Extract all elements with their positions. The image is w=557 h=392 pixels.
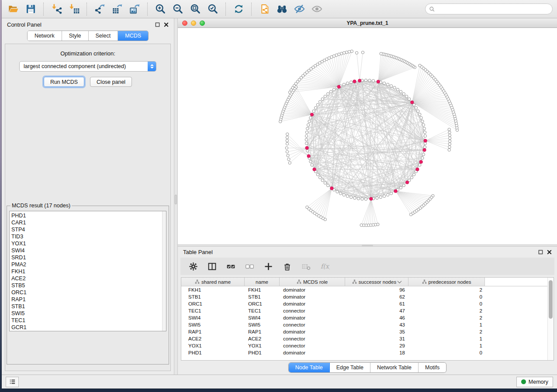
table-cell[interactable]: 2 [408, 329, 485, 334]
search-box[interactable] [425, 3, 553, 14]
maximize-window-icon[interactable] [200, 21, 205, 26]
table-cell[interactable]: FKH1 [181, 287, 245, 292]
mcds-result-item[interactable]: FKH1 [11, 268, 162, 275]
tab-network[interactable]: Network [28, 31, 62, 41]
table-cell[interactable]: 96 [345, 287, 408, 292]
import-table-icon[interactable] [65, 1, 83, 17]
refresh-icon[interactable] [230, 1, 247, 17]
tab-select[interactable]: Select [89, 31, 118, 41]
scrollbar-thumb[interactable] [549, 280, 553, 319]
column-header-name[interactable]: name [245, 278, 280, 286]
export-image-icon[interactable] [126, 1, 143, 17]
mcds-result-item[interactable]: PMA2 [11, 261, 162, 268]
select-all-icon[interactable] [225, 261, 236, 272]
table-cell[interactable]: 61 [345, 301, 408, 306]
table-row[interactable]: SWI5SWI5connector431 [181, 321, 554, 328]
search-network-icon[interactable] [273, 1, 291, 17]
table-cell[interactable]: 35 [345, 329, 408, 334]
save-icon[interactable] [22, 1, 39, 17]
table-cell[interactable]: RAP1 [245, 329, 280, 334]
mcds-result-item[interactable]: STP4 [11, 226, 162, 233]
mcds-result-item[interactable]: ACE2 [11, 275, 162, 282]
table-cell[interactable]: dominator [280, 350, 345, 355]
column-header-shared-name[interactable]: shared name [181, 278, 245, 286]
table-cell[interactable]: RAP1 [181, 329, 245, 334]
table-cell[interactable]: ORC1 [181, 301, 245, 306]
mcds-result-item[interactable]: SWI4 [11, 247, 162, 254]
minimize-window-icon[interactable] [191, 21, 196, 26]
table-cell[interactable]: TEC1 [245, 308, 280, 313]
tab-style[interactable]: Style [62, 31, 89, 41]
close-panel-button[interactable]: Close panel [90, 77, 132, 87]
zoom-out-icon[interactable] [169, 1, 187, 17]
table-cell[interactable]: 2 [408, 308, 485, 313]
splitter-grip-icon[interactable] [175, 195, 177, 204]
table-cell[interactable]: PHD1 [245, 350, 280, 355]
column-header-predecessor-nodes[interactable]: predecessor nodes [408, 278, 485, 286]
mcds-result-item[interactable]: CAR1 [11, 219, 162, 226]
task-history-button[interactable] [6, 377, 19, 387]
table-cell[interactable]: 46 [345, 315, 408, 320]
table-cell[interactable]: SWI4 [245, 315, 280, 320]
criterion-select[interactable]: largest connected component (undirected) [19, 61, 156, 72]
mcds-list-scrollbar[interactable] [162, 211, 166, 331]
float-panel-icon[interactable] [155, 22, 160, 27]
table-cell[interactable]: SWI4 [181, 315, 245, 320]
table-cell[interactable]: 1 [408, 322, 485, 327]
table-row[interactable]: PHD1PHD1dominator180 [181, 349, 554, 356]
mcds-result-item[interactable]: PHD1 [11, 212, 162, 219]
close-panel-icon[interactable] [547, 250, 552, 254]
memory-button[interactable]: Memory [516, 377, 553, 387]
clone-network-icon[interactable] [256, 1, 273, 17]
table-cell[interactable]: SWI5 [245, 322, 280, 327]
table-row[interactable]: FKH1FKH1dominator962 [181, 286, 554, 293]
mcds-result-item[interactable]: ORC1 [11, 289, 162, 296]
close-window-icon[interactable] [182, 21, 187, 26]
run-mcds-button[interactable]: Run MCDS [44, 77, 84, 87]
network-graph[interactable] [178, 28, 557, 244]
table-cell[interactable]: PHD1 [181, 350, 245, 355]
table-cell[interactable]: 1 [408, 336, 485, 341]
table-cell[interactable]: 0 [408, 301, 485, 306]
table-cell[interactable]: STB1 [245, 294, 280, 299]
table-cell[interactable]: 62 [345, 294, 408, 299]
table-cell[interactable]: dominator [280, 294, 345, 299]
table-cell[interactable]: 0 [408, 350, 485, 355]
table-row[interactable]: YOX1YOX1connector291 [181, 342, 554, 349]
delete-column-icon[interactable] [281, 261, 293, 272]
table-cell[interactable]: dominator [280, 329, 345, 334]
table-cell[interactable]: 29 [345, 343, 408, 348]
table-row[interactable]: TEC1TEC1connector472 [181, 307, 554, 314]
mcds-result-item[interactable]: TEC1 [11, 317, 162, 324]
vertical-splitter[interactable] [174, 18, 178, 375]
zoom-fit-icon[interactable] [187, 1, 204, 17]
splitter-grip-icon[interactable] [362, 245, 373, 246]
table-cell[interactable]: TEC1 [181, 308, 245, 313]
table-cell[interactable]: 1 [408, 343, 485, 348]
table-row[interactable]: ORC1ORC1dominator610 [181, 300, 554, 307]
table-cell[interactable]: ORC1 [245, 301, 280, 306]
export-table-icon[interactable] [108, 1, 126, 17]
tab-mcds[interactable]: MCDS [118, 31, 148, 41]
table-cell[interactable]: STB1 [181, 294, 245, 299]
float-panel-icon[interactable] [538, 250, 543, 254]
tab-edge-table[interactable]: Edge Table [330, 363, 370, 372]
tab-network-table[interactable]: Network Table [370, 363, 419, 372]
table-cell[interactable]: connector [280, 336, 345, 341]
table-cell[interactable]: 18 [345, 350, 408, 355]
column-header-successor-nodes[interactable]: successor nodes [345, 278, 408, 286]
mcds-result-item[interactable]: GCR1 [11, 324, 162, 331]
table-cell[interactable]: 43 [345, 322, 408, 327]
table-cell[interactable]: SWI5 [181, 322, 245, 327]
table-cell[interactable]: 2 [408, 315, 485, 320]
zoom-in-icon[interactable] [152, 1, 169, 17]
table-cell[interactable]: YOX1 [245, 343, 280, 348]
table-row[interactable]: RAP1RAP1dominator352 [181, 328, 554, 335]
mcds-result-item[interactable]: TID3 [11, 233, 162, 240]
mcds-result-item[interactable]: RAP1 [11, 296, 162, 303]
table-cell[interactable]: ACE2 [245, 336, 280, 341]
import-network-icon[interactable] [48, 1, 65, 17]
open-icon[interactable] [4, 1, 22, 17]
table-cell[interactable]: 2 [408, 287, 485, 292]
table-cell[interactable]: connector [280, 343, 345, 348]
